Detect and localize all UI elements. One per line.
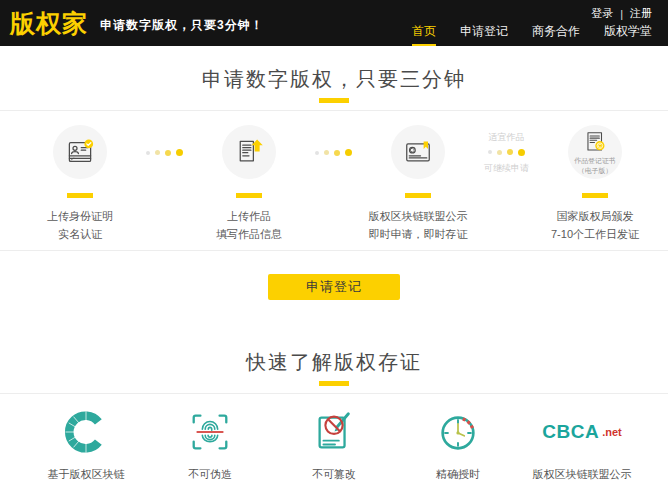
step-accent-bar: [67, 193, 93, 198]
features-section: 快速了解版权存证 基于版权区块链: [0, 348, 668, 482]
header-brand: 版权家 申请数字版权，只要3分钟！: [10, 0, 264, 46]
step-accent-bar: [405, 193, 431, 198]
certificate-caption-line2: （电子版）: [578, 167, 612, 176]
feature-icon-wrap: [24, 407, 148, 457]
fingerprint-scan-icon: [187, 409, 233, 455]
id-card-check-icon: [65, 137, 95, 167]
register-link[interactable]: 注册: [630, 6, 652, 21]
feature-label: 精确授时: [396, 467, 520, 482]
step-upload-identity: 上传身份证明 实名认证: [14, 125, 146, 243]
feature-label: 版权区块链联盟公示: [520, 467, 644, 482]
feature-blockchain: 基于版权区块链: [24, 407, 148, 482]
apply-register-button[interactable]: 申请登记: [268, 274, 400, 300]
nav-item-business[interactable]: 商务合作: [532, 23, 580, 46]
feature-icon-wrap: [272, 407, 396, 457]
registration-certificate-icon: [582, 130, 608, 156]
features-row: 基于版权区块链: [0, 394, 668, 482]
step-caption-line1: 上传身份证明: [14, 207, 146, 225]
no-tamper-icon: [311, 409, 357, 455]
precise-clock-icon: [435, 409, 481, 455]
hero-section: 申请数字版权，只要三分钟: [0, 65, 668, 300]
cbca-logo-text: CBCA: [542, 421, 599, 443]
feature-tamper-proof: 不可篡改: [272, 407, 396, 482]
step-caption-line2: 实名认证: [14, 225, 146, 243]
nav-item-academy[interactable]: 版权学堂: [604, 23, 652, 46]
top-header: 版权家 申请数字版权，只要3分钟！ 登录 | 注册 首页 申请登记 商务合作 版…: [0, 0, 668, 46]
step-accent-bar: [582, 193, 608, 198]
certificate-caption-line1: 作品登记证书: [574, 157, 615, 166]
features-title: 快速了解版权存证: [0, 348, 668, 376]
feature-label: 不可伪造: [148, 467, 272, 482]
step-connector: [315, 125, 352, 156]
feature-icon-wrap: [396, 407, 520, 457]
blockchain-c-logo: [63, 409, 109, 455]
step-caption-line2: 7-10个工作日发证: [529, 225, 661, 243]
auth-links: 登录 | 注册: [591, 6, 652, 21]
step-certificate-issued: 作品登记证书 （电子版） 国家版权局颁发 7-10个工作日发证: [529, 125, 661, 243]
feature-icon-wrap: [148, 407, 272, 457]
login-link[interactable]: 登录: [591, 6, 613, 21]
connector-dots: [488, 149, 525, 156]
step-blockchain-publicity: 版权区块链联盟公示 即时申请，即时存证: [352, 125, 484, 243]
cbca-logo: CBCA .net: [520, 407, 644, 457]
auth-separator: |: [620, 8, 623, 20]
nav-item-apply[interactable]: 申请登记: [460, 23, 508, 46]
step-connector: [146, 125, 183, 156]
step-caption-line2: 填写作品信息: [183, 225, 315, 243]
site-logo[interactable]: 版权家: [10, 7, 88, 40]
step-caption-line2: 即时申请，即时存证: [352, 225, 484, 243]
branch-note-line2: 可继续申请: [484, 163, 529, 174]
feature-unforgeable: 不可伪造: [148, 407, 272, 482]
step-accent-bar: [236, 193, 262, 198]
step-caption-line1: 上传作品: [183, 207, 315, 225]
connector-dots: [315, 149, 352, 156]
feature-label: 基于版权区块链: [24, 467, 148, 482]
nav-item-home[interactable]: 首页: [412, 23, 436, 46]
feature-label: 不可篡改: [272, 467, 396, 482]
hero-title: 申请数字版权，只要三分钟: [0, 65, 668, 93]
step-icon-circle: [53, 125, 107, 179]
site-tagline: 申请数字版权，只要3分钟！: [100, 13, 264, 34]
upload-document-icon: [234, 137, 264, 167]
step-connector-with-note: 适宜作品 可继续申请: [484, 125, 529, 174]
section-divider: [0, 250, 668, 251]
header-right: 登录 | 注册 首页 申请登记 商务合作 版权学堂: [412, 0, 652, 46]
step-upload-work: 上传作品 填写作品信息: [183, 125, 315, 243]
connector-dots: [146, 149, 183, 156]
feature-timestamp: 精确授时: [396, 407, 520, 482]
step-caption-line1: 国家版权局颁发: [529, 207, 661, 225]
step-icon-circle: [222, 125, 276, 179]
step-icon-circle: [391, 125, 445, 179]
steps-row: 上传身份证明 实名认证: [0, 111, 668, 243]
hero-title-accent-bar: [319, 98, 349, 103]
feature-cbca: CBCA .net 版权区块链联盟公示: [520, 407, 644, 482]
step-caption-line1: 版权区块链联盟公示: [352, 207, 484, 225]
main-nav: 首页 申请登记 商务合作 版权学堂: [412, 23, 652, 46]
branch-note-line1: 适宜作品: [489, 132, 525, 143]
step-icon-circle: 作品登记证书 （电子版）: [568, 125, 622, 179]
cbca-logo-suffix: .net: [602, 426, 622, 438]
features-title-accent-bar: [319, 381, 349, 386]
certificate-card-icon: [403, 137, 433, 167]
